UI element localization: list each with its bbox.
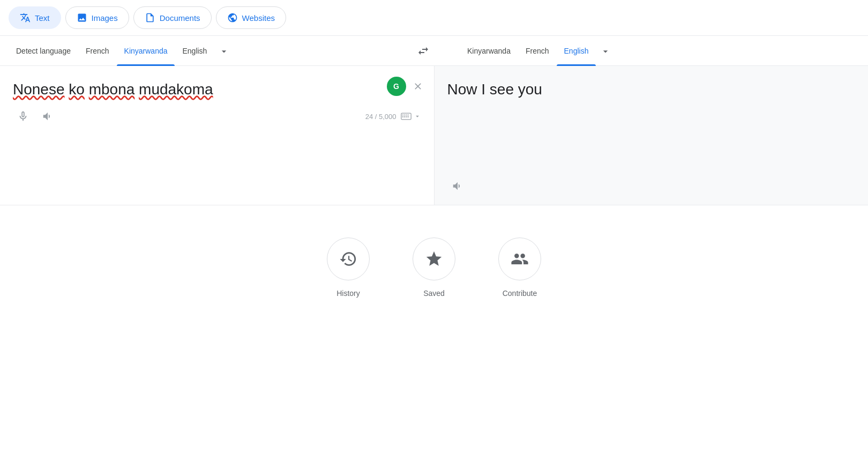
svg-rect-2 (403, 115, 405, 116)
source-controls: 24 / 5,000 (13, 106, 421, 127)
source-word-nonese: Nonese (13, 81, 65, 98)
saved-icon-circle (413, 238, 455, 280)
source-lang-english[interactable]: English (175, 36, 214, 66)
target-lang-dropdown[interactable] (596, 40, 615, 61)
contribute-icon-circle (498, 238, 541, 280)
tab-images-label: Images (92, 13, 118, 23)
contribute-icon (511, 250, 529, 268)
target-lang-english[interactable]: English (557, 36, 596, 66)
translate-icon (20, 12, 31, 23)
char-count: 24 / 5,000 (365, 113, 421, 121)
source-word-mbona: mbona (89, 81, 135, 98)
contribute-label: Contribute (503, 289, 537, 298)
star-icon (425, 250, 443, 268)
svg-rect-5 (402, 116, 403, 117)
chevron-down-icon (600, 46, 611, 57)
source-text-display: Nonese ko mbona mudakoma (13, 79, 421, 100)
speaker-button[interactable] (38, 106, 58, 127)
target-speaker-button[interactable] (447, 176, 468, 196)
source-lang-dropdown[interactable] (214, 40, 234, 61)
images-icon (77, 12, 87, 23)
tab-documents-label: Documents (160, 13, 200, 23)
history-label: History (336, 289, 360, 298)
svg-rect-1 (402, 115, 403, 116)
history-icon-circle (327, 238, 370, 280)
language-bar: Detect language French Kinyarwanda Engli… (0, 36, 868, 66)
source-lang-bar: Detect language French Kinyarwanda Engli… (9, 36, 408, 66)
svg-rect-7 (406, 116, 407, 117)
source-lang-detect[interactable]: Detect language (9, 36, 78, 66)
chevron-down-icon (219, 46, 229, 57)
tab-websites[interactable]: Websites (216, 6, 286, 29)
mic-icon (17, 110, 29, 122)
target-lang-kinyarwanda[interactable]: Kinyarwanda (460, 36, 518, 66)
target-controls (447, 176, 856, 196)
source-lang-kinyarwanda[interactable]: Kinyarwanda (117, 36, 175, 66)
source-word-mudakoma: mudakoma (139, 81, 213, 98)
source-word-ko: ko (69, 81, 85, 98)
keyboard-icon (401, 113, 411, 120)
source-controls-left (13, 106, 58, 127)
source-lang-french[interactable]: French (78, 36, 117, 66)
volume-icon (452, 180, 463, 192)
bottom-section: History Saved Contribute (0, 205, 868, 319)
target-panel: Now I see you (435, 66, 869, 205)
swap-icon (417, 45, 430, 57)
tab-websites-label: Websites (242, 13, 275, 23)
tab-text-label: Text (35, 13, 50, 23)
volume-icon (42, 110, 54, 122)
close-icon (413, 81, 423, 92)
contribute-item[interactable]: Contribute (498, 238, 541, 298)
keyboard-button[interactable] (401, 113, 421, 120)
history-item[interactable]: History (327, 238, 370, 298)
websites-icon (227, 12, 238, 23)
top-tabs-bar: Text Images Documents Websites (0, 0, 868, 36)
tab-documents[interactable]: Documents (133, 6, 212, 29)
clear-source-button[interactable] (408, 77, 428, 96)
documents-icon (145, 12, 155, 23)
source-panel: Nonese ko mbona mudakoma G (0, 66, 435, 205)
dropdown-arrow-icon (414, 113, 421, 120)
svg-rect-6 (403, 116, 405, 117)
target-lang-french[interactable]: French (518, 36, 557, 66)
target-text: Now I see you (447, 79, 856, 169)
translation-area: Nonese ko mbona mudakoma G (0, 66, 868, 205)
mic-button[interactable] (13, 106, 33, 127)
saved-label: Saved (423, 289, 445, 298)
swap-languages-button[interactable] (413, 40, 434, 62)
history-icon (339, 250, 357, 268)
svg-rect-4 (407, 115, 409, 116)
tab-text[interactable]: Text (9, 6, 61, 29)
target-lang-bar: Kinyarwanda French English (438, 36, 859, 66)
svg-rect-8 (407, 116, 409, 117)
tab-images[interactable]: Images (65, 6, 129, 29)
saved-item[interactable]: Saved (413, 238, 455, 298)
svg-rect-3 (406, 115, 407, 116)
grammarly-button[interactable]: G (387, 77, 406, 96)
